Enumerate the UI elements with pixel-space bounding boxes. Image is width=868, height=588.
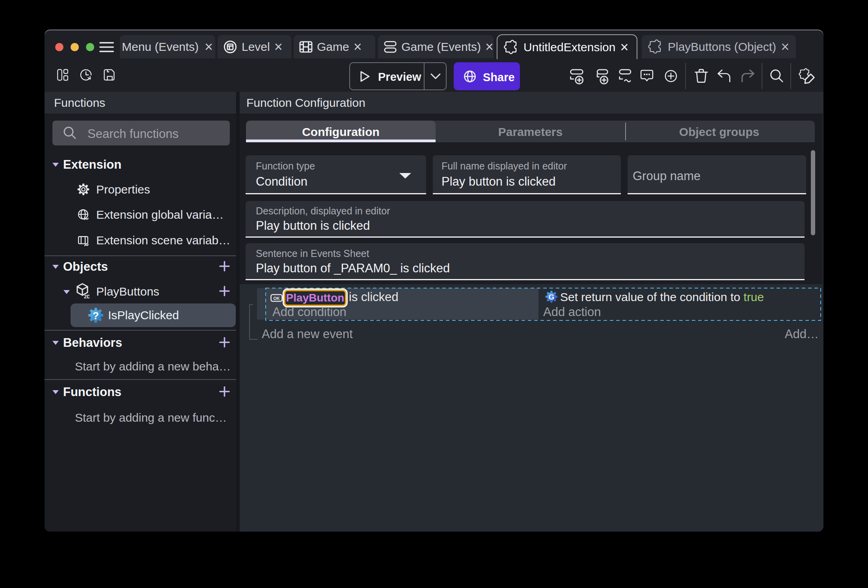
svg-text:OK: OK	[273, 296, 280, 301]
svg-text:?: ?	[93, 310, 99, 322]
svg-text:G: G	[549, 293, 554, 301]
svg-text:2D: 2D	[84, 294, 89, 299]
